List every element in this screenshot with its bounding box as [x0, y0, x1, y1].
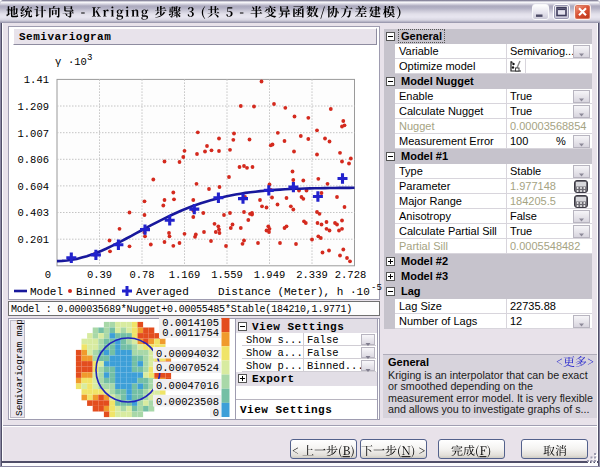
svg-text:0: 0	[213, 407, 219, 419]
svg-text:0.00047016: 0.00047016	[156, 380, 219, 392]
svg-text:0.00023508: 0.00023508	[156, 396, 219, 408]
